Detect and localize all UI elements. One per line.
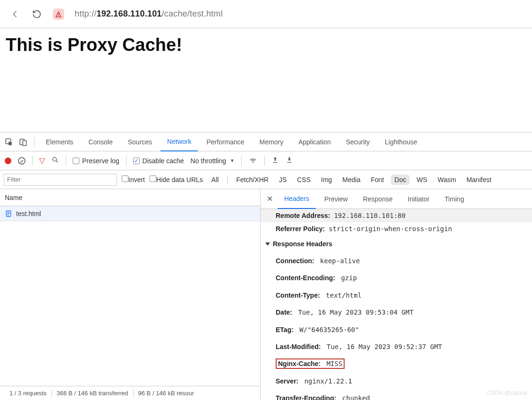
tab-lighthouse[interactable]: Lighthouse bbox=[378, 133, 424, 151]
detail-tab-headers[interactable]: Headers bbox=[278, 189, 316, 209]
invert-checkbox[interactable]: Invert bbox=[122, 175, 145, 183]
filter-toggle-icon[interactable]: ▽ bbox=[39, 156, 45, 165]
disable-cache-checkbox[interactable]: Disable cache bbox=[133, 157, 184, 165]
request-list: test.html bbox=[0, 206, 260, 386]
svg-rect-1 bbox=[58, 16, 59, 16]
request-list-panel: Name test.html 1 / 3 requests 366 B / 14… bbox=[0, 189, 261, 400]
file-icon bbox=[5, 210, 12, 217]
throttling-select[interactable]: No throttling▼ bbox=[191, 157, 235, 165]
preserve-log-checkbox[interactable]: Preserve log bbox=[73, 157, 119, 165]
tab-elements[interactable]: Elements bbox=[39, 133, 80, 151]
response-header-row: Server: nginx/1.22.1 bbox=[261, 373, 532, 390]
back-button[interactable] bbox=[9, 8, 21, 20]
page-content: This is Proxy Cache! bbox=[0, 28, 532, 132]
status-bar: 1 / 3 requests 366 B / 146 kB transferre… bbox=[0, 386, 260, 400]
general-referrer-policy: Referrer Policy: strict-origin-when-cros… bbox=[261, 222, 532, 235]
detail-tabs: ✕ Headers Preview Response Initiator Tim… bbox=[261, 189, 532, 209]
url-path: /cache/test.html bbox=[162, 9, 223, 18]
svg-point-6 bbox=[253, 162, 253, 162]
detail-tab-initiator[interactable]: Initiator bbox=[401, 189, 436, 209]
network-conditions-icon[interactable] bbox=[248, 156, 258, 165]
tab-memory[interactable]: Memory bbox=[253, 133, 290, 151]
tab-sources[interactable]: Sources bbox=[121, 133, 159, 151]
address-bar: http://192.168.110.101/cache/test.html bbox=[0, 0, 532, 28]
request-name: test.html bbox=[16, 210, 41, 217]
type-filters: AllFetch/XHRJSCSSImgMediaFontDocWSWasmMa… bbox=[208, 175, 495, 185]
network-body: Name test.html 1 / 3 requests 366 B / 14… bbox=[0, 189, 532, 400]
svg-rect-0 bbox=[58, 14, 59, 15]
inspect-icon[interactable] bbox=[3, 136, 15, 148]
close-detail-button[interactable]: ✕ bbox=[263, 189, 276, 209]
url-host: 192.168.110.101 bbox=[96, 9, 161, 18]
status-resources: 96 B / 146 kB resour bbox=[134, 390, 199, 397]
general-remote-address: Remote Address: 192.168.110.101:80 bbox=[261, 209, 532, 222]
response-header-row: ETag: W/"64635265-60" bbox=[261, 321, 532, 338]
detail-tab-preview[interactable]: Preview bbox=[318, 189, 355, 209]
svg-rect-4 bbox=[23, 141, 26, 146]
disclosure-triangle-icon bbox=[265, 242, 270, 246]
device-toggle-icon[interactable] bbox=[17, 136, 29, 148]
response-header-row: Content-Type: text/html bbox=[261, 287, 532, 304]
type-filter-wasm[interactable]: Wasm bbox=[434, 175, 460, 185]
url-display[interactable]: http://192.168.110.101/cache/test.html bbox=[75, 9, 223, 19]
response-headers-section[interactable]: Response Headers bbox=[261, 235, 532, 252]
search-icon[interactable] bbox=[51, 156, 59, 165]
response-header-row: Nginx-Cache: MISS bbox=[261, 355, 532, 372]
url-prefix: http:// bbox=[75, 9, 96, 18]
type-filter-media[interactable]: Media bbox=[338, 175, 364, 185]
type-filter-manifest[interactable]: Manifest bbox=[463, 175, 495, 185]
type-filter-ws[interactable]: WS bbox=[413, 175, 431, 185]
type-filter-font[interactable]: Font bbox=[367, 175, 388, 185]
hide-data-urls-checkbox[interactable]: Hide data URLs bbox=[150, 175, 203, 183]
status-requests: 1 / 3 requests bbox=[5, 390, 52, 397]
detail-tab-timing[interactable]: Timing bbox=[438, 189, 471, 209]
svg-point-5 bbox=[53, 158, 57, 161]
tab-application[interactable]: Application bbox=[292, 133, 338, 151]
tab-performance[interactable]: Performance bbox=[200, 133, 251, 151]
chevron-down-icon: ▼ bbox=[230, 158, 235, 163]
detail-tab-response[interactable]: Response bbox=[356, 189, 399, 209]
status-transferred: 366 B / 146 kB transferred bbox=[52, 390, 134, 397]
type-filter-img[interactable]: Img bbox=[317, 175, 336, 185]
type-filter-doc[interactable]: Doc bbox=[391, 175, 410, 185]
devtools: Elements Console Sources Network Perform… bbox=[0, 132, 532, 400]
upload-icon[interactable] bbox=[271, 156, 279, 165]
download-icon[interactable] bbox=[286, 156, 293, 165]
type-filter-js[interactable]: JS bbox=[275, 175, 290, 185]
request-item[interactable]: test.html bbox=[0, 206, 260, 221]
tab-security[interactable]: Security bbox=[339, 133, 377, 151]
site-security-badge[interactable] bbox=[53, 8, 64, 20]
tab-network[interactable]: Network bbox=[160, 133, 198, 151]
type-filter-fetchxhr[interactable]: Fetch/XHR bbox=[232, 175, 272, 185]
detail-body: Remote Address: 192.168.110.101:80 Refer… bbox=[261, 209, 532, 400]
clear-button[interactable] bbox=[18, 157, 25, 165]
reload-button[interactable] bbox=[31, 8, 42, 20]
response-header-row: Content-Encoding: gzip bbox=[261, 269, 532, 286]
type-filter-css[interactable]: CSS bbox=[293, 175, 314, 185]
response-headers-list: Connection: keep-aliveContent-Encoding: … bbox=[261, 252, 532, 400]
filter-bar: Invert Hide data URLs AllFetch/XHRJSCSSI… bbox=[0, 170, 532, 189]
response-header-row: Date: Tue, 16 May 2023 09:53:04 GMT bbox=[261, 304, 532, 321]
filter-input[interactable] bbox=[4, 174, 117, 186]
response-header-row: Transfer-Encoding: chunked bbox=[261, 390, 532, 400]
column-name[interactable]: Name bbox=[0, 189, 260, 206]
page-heading: This is Proxy Cache! bbox=[6, 35, 526, 55]
devtools-tabs: Elements Console Sources Network Perform… bbox=[0, 133, 532, 151]
detail-panel: ✕ Headers Preview Response Initiator Tim… bbox=[261, 189, 532, 400]
response-header-row: Last-Modified: Tue, 16 May 2023 09:52:37… bbox=[261, 338, 532, 355]
network-toolbar: ▽ Preserve log Disable cache No throttli… bbox=[0, 151, 532, 170]
tab-console[interactable]: Console bbox=[82, 133, 119, 151]
type-filter-all[interactable]: All bbox=[208, 175, 223, 185]
response-header-row: Connection: keep-alive bbox=[261, 252, 532, 269]
record-button[interactable] bbox=[5, 158, 11, 164]
